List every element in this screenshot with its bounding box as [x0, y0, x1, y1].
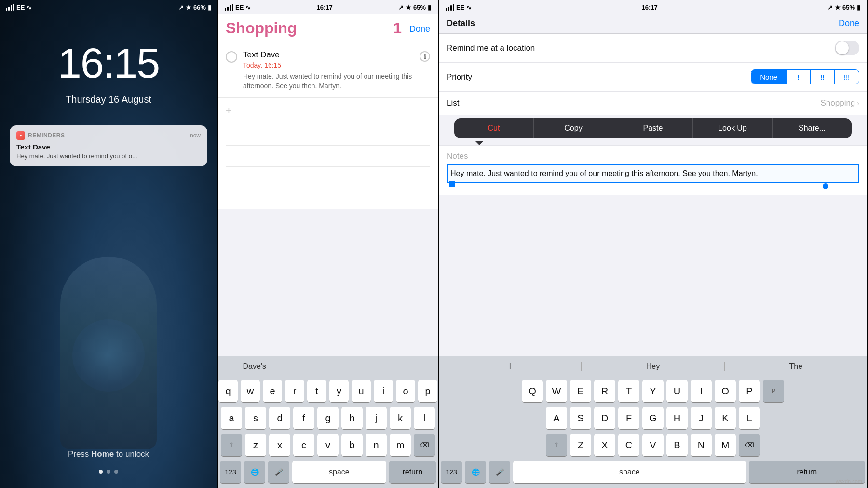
key-g[interactable]: g	[317, 407, 339, 429]
reminders-app-icon: ●	[16, 131, 25, 140]
info-button[interactable]: ℹ	[420, 51, 430, 62]
s3-key-n[interactable]: N	[691, 434, 712, 456]
s3-prediction-1[interactable]: I	[439, 362, 582, 371]
key-q[interactable]: q	[218, 380, 238, 402]
key-u[interactable]: u	[352, 380, 371, 402]
notes-content[interactable]: Hey mate. Just wanted to remind you of o…	[447, 164, 859, 183]
s3-num-key[interactable]: 123	[441, 461, 462, 483]
s3-prediction-3[interactable]: The	[725, 362, 867, 371]
key-w[interactable]: w	[241, 380, 260, 402]
key-d[interactable]: d	[269, 407, 290, 429]
notification-banner[interactable]: ● REMINDERS now Text Dave Hey mate. Just…	[10, 125, 207, 166]
s3-key-a[interactable]: A	[546, 407, 567, 429]
location-toggle[interactable]	[835, 41, 859, 55]
key-k[interactable]: k	[390, 407, 411, 429]
add-reminder-row[interactable]: +	[218, 98, 438, 124]
notes-label: Notes	[447, 151, 859, 161]
s3-key-g[interactable]: G	[642, 407, 664, 429]
key-a[interactable]: a	[221, 407, 242, 429]
context-lookup[interactable]: Look Up	[693, 118, 773, 138]
s2-status-right: ↗ ★ 65% ▮	[398, 4, 431, 11]
key-e[interactable]: e	[263, 380, 282, 402]
s3-mic-key[interactable]: 🎤	[489, 461, 510, 483]
key-s[interactable]: s	[245, 407, 266, 429]
signal-icon	[6, 4, 14, 11]
s3-key-h[interactable]: H	[666, 407, 688, 429]
nav-done-button[interactable]: Done	[839, 18, 859, 28]
context-share[interactable]: Share...	[773, 118, 852, 138]
s3-key-t[interactable]: T	[618, 380, 639, 402]
header-actions: 1 Done	[393, 19, 430, 37]
s3-key-l[interactable]: L	[739, 407, 760, 429]
s3-key-o[interactable]: O	[715, 380, 736, 402]
s3-key-s[interactable]: S	[570, 407, 591, 429]
key-t[interactable]: t	[307, 380, 326, 402]
s3-status-right: ↗ ★ 65% ▮	[827, 4, 860, 11]
key-b[interactable]: b	[341, 434, 363, 456]
s3-prediction-2[interactable]: Hey	[582, 362, 724, 371]
s3-key-x[interactable]: X	[594, 434, 615, 456]
page-dots	[0, 470, 217, 474]
priority-none[interactable]: None	[751, 70, 787, 84]
delete-key[interactable]: ⌫	[414, 434, 435, 456]
s3-key-k[interactable]: K	[715, 407, 736, 429]
s3-globe-key[interactable]: 🌐	[465, 461, 486, 483]
key-x[interactable]: x	[269, 434, 290, 456]
s3-key-q[interactable]: Q	[522, 380, 543, 402]
s3-key-i[interactable]: I	[691, 380, 712, 402]
s3-space-key[interactable]: space	[513, 461, 746, 483]
key-i[interactable]: i	[374, 380, 393, 402]
key-h[interactable]: h	[341, 407, 363, 429]
prediction-1[interactable]: Dave's	[218, 362, 291, 371]
s3-key-u[interactable]: U	[666, 380, 688, 402]
key-y[interactable]: y	[329, 380, 349, 402]
s3-battery-icon: ▮	[857, 4, 860, 11]
context-cut[interactable]: Cut	[454, 118, 534, 138]
context-paste[interactable]: Paste	[613, 118, 693, 138]
s3-key-y[interactable]: Y	[642, 380, 664, 402]
key-c[interactable]: c	[293, 434, 314, 456]
priority-high[interactable]: !!!	[835, 70, 859, 84]
key-f[interactable]: f	[293, 407, 314, 429]
s3-shift-key[interactable]: ⇧	[546, 434, 567, 456]
s3-delete-key[interactable]: ⌫	[739, 434, 760, 456]
done-button[interactable]: Done	[409, 24, 430, 34]
s3-key-r[interactable]: R	[594, 380, 615, 402]
key-v[interactable]: v	[317, 434, 339, 456]
return-key[interactable]: return	[389, 461, 436, 483]
key-z[interactable]: z	[245, 434, 266, 456]
key-l[interactable]: l	[414, 407, 435, 429]
globe-key[interactable]: 🌐	[244, 461, 265, 483]
list-value: Shopping	[820, 98, 855, 108]
s3-key-e[interactable]: E	[570, 380, 591, 402]
add-icon: +	[226, 105, 232, 117]
s3-key-extra[interactable]: P	[763, 380, 784, 402]
num-key[interactable]: 123	[220, 461, 241, 483]
notes-text: Hey mate. Just wanted to remind you of o…	[450, 169, 758, 177]
space-key[interactable]: space	[292, 461, 386, 483]
s3-key-m[interactable]: M	[715, 434, 736, 456]
priority-medium[interactable]: !!	[811, 70, 835, 84]
key-o[interactable]: o	[396, 380, 415, 402]
mic-key[interactable]: 🎤	[268, 461, 289, 483]
s3-kb-row-1: Q W E R T Y U I O P P	[441, 380, 865, 402]
shift-key[interactable]: ⇧	[221, 434, 242, 456]
s3-key-p[interactable]: P	[739, 380, 760, 402]
key-p[interactable]: p	[418, 380, 437, 402]
key-r[interactable]: r	[285, 380, 304, 402]
s3-key-f[interactable]: F	[618, 407, 639, 429]
list-value-container[interactable]: Shopping ›	[820, 98, 859, 108]
priority-low[interactable]: !	[787, 70, 811, 84]
reminder-checkbox[interactable]	[226, 51, 237, 63]
key-j[interactable]: j	[366, 407, 387, 429]
s3-key-z[interactable]: Z	[570, 434, 591, 456]
s3-key-w[interactable]: W	[546, 380, 567, 402]
s3-key-c[interactable]: C	[618, 434, 639, 456]
s3-key-j[interactable]: J	[691, 407, 712, 429]
s3-key-v[interactable]: V	[642, 434, 664, 456]
s3-key-d[interactable]: D	[594, 407, 615, 429]
s3-key-b[interactable]: B	[666, 434, 688, 456]
key-n[interactable]: n	[366, 434, 387, 456]
context-copy[interactable]: Copy	[534, 118, 613, 138]
key-m[interactable]: m	[390, 434, 411, 456]
